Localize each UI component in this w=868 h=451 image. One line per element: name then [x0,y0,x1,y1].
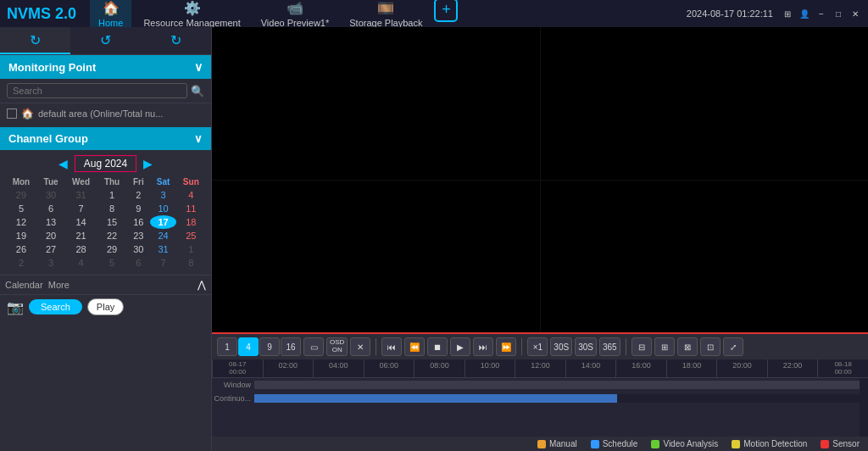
calendar-day[interactable]: 1 [176,242,206,256]
expand-button[interactable]: ⤢ [723,337,743,356]
nav-tab-playback[interactable]: 🎞️ Storage Playback [341,0,431,30]
monitoring-point-header[interactable]: Monitoring Point ∨ [0,55,211,79]
minimize-button[interactable]: − [815,8,827,19]
rewind-button[interactable]: ⏪ [404,337,425,356]
calendar-day[interactable]: 31 [150,242,175,256]
calendar-day[interactable]: 30 [126,242,150,256]
calendar-day[interactable]: 27 [37,242,64,256]
nav-tab-preview[interactable]: 📹 Video Preview1* [253,0,338,30]
calendar-day[interactable]: 28 [64,242,97,256]
user-icon[interactable]: 👤 [798,8,810,19]
calendar-day[interactable]: 5 [97,256,126,270]
calendar-day[interactable]: 25 [176,229,206,242]
collapse-icon[interactable]: ⋀ [198,279,206,291]
calendar-day[interactable]: 24 [150,229,175,242]
layout-9-button[interactable]: 9 [259,337,280,356]
calendar-day[interactable]: 20 [37,229,64,242]
skip-30s-back-button[interactable]: 30S [550,337,572,356]
skip-365-button[interactable]: 365 [599,337,620,356]
calendar-day[interactable]: 11 [176,202,206,215]
calendar-day[interactable]: 15 [97,215,126,229]
calendar-day[interactable]: 29 [5,188,37,202]
calendar-day[interactable]: 4 [64,256,97,270]
video-cell-1[interactable] [212,27,540,180]
calendar-day[interactable]: 19 [5,229,37,242]
calendar-day[interactable]: 23 [126,229,150,242]
osd-button[interactable]: OSDON [326,337,348,356]
calendar-day[interactable]: 10 [150,202,175,215]
skip-30s-fwd-button[interactable]: 30S [575,337,597,356]
calendar-day[interactable]: 22 [97,229,126,242]
nav-tab-home[interactable]: 🏠 Home [90,0,131,30]
search-icon[interactable]: 🔍 [191,85,204,97]
close-stream-button[interactable]: ✕ [350,337,370,356]
calendar-day[interactable]: 2 [126,188,150,202]
calendar-day[interactable]: 7 [150,256,175,270]
track-bar-continuous[interactable] [254,394,860,403]
tree-checkbox[interactable] [7,109,17,119]
play-timeline-button[interactable]: ▶ [450,337,470,356]
calendar-day[interactable]: 30 [37,188,64,202]
calendar-day[interactable]: 17 [150,215,175,229]
calendar-label[interactable]: Calendar More [5,280,70,290]
sidebar-tab-2[interactable]: ↺ [70,27,141,54]
calendar-day[interactable]: 3 [150,188,175,202]
sidebar-tab-3[interactable]: ↻ [141,27,211,54]
calendar-day[interactable]: 6 [126,256,150,270]
video-cell-4[interactable] [541,181,869,333]
nav-tab-resource[interactable]: ⚙️ Resource Management [135,0,248,30]
calendar-day[interactable]: 31 [64,188,97,202]
separator-2 [521,338,522,355]
add-tab-button[interactable]: + [434,0,458,22]
calendar-day[interactable]: 6 [37,202,64,215]
close-button[interactable]: ✕ [849,8,861,19]
calendar-day[interactable]: 4 [176,188,206,202]
fit-button[interactable]: ⊡ [700,337,721,356]
channel-group-header[interactable]: Channel Group ∨ [0,127,211,150]
calendar-prev-button[interactable]: ◀ [58,157,68,170]
skip-start-button[interactable]: ⏮ [381,337,402,356]
layout-4-button[interactable]: 4 [238,337,259,356]
grid-view-button[interactable]: ⊠ [677,337,698,356]
timeline-scrollbar[interactable] [860,378,868,437]
calendar-day[interactable]: 8 [176,256,206,270]
calendar-day[interactable]: 3 [37,256,64,270]
zoom-out-button[interactable]: ⊟ [632,337,652,356]
layout-16-button[interactable]: 16 [281,337,301,356]
sidebar-bottom-icon[interactable]: 📷 [7,299,24,315]
calendar-day[interactable]: 13 [37,215,64,229]
grid-icon[interactable]: ⊞ [782,8,793,19]
stop-button[interactable]: ⏹ [427,337,448,356]
calendar-day[interactable]: 12 [5,215,37,229]
zoom-in-button[interactable]: ⊞ [654,337,675,356]
restore-button[interactable]: □ [832,8,844,19]
calendar-next-button[interactable]: ▶ [143,157,153,170]
calendar-day[interactable]: 9 [126,202,150,215]
skip-end-button[interactable]: ⏭ [473,337,493,356]
calendar-day[interactable]: 29 [97,242,126,256]
calendar-day[interactable]: 26 [5,242,37,256]
calendar-day[interactable]: 18 [176,215,206,229]
video-cell-3[interactable] [212,181,540,333]
more-label[interactable]: More [48,280,70,290]
sidebar-tab-1[interactable]: ↻ [0,27,70,54]
speed-x1-button[interactable]: ×1 [527,337,548,356]
search-input[interactable] [7,83,187,98]
calendar-day[interactable]: 14 [64,215,97,229]
fast-forward-button[interactable]: ⏩ [496,337,516,356]
calendar-day[interactable]: 7 [64,202,97,215]
track-bar-window[interactable] [254,381,860,389]
search-button[interactable]: Search [29,299,82,315]
layout-1-button[interactable]: 1 [217,337,237,356]
calendar-day[interactable]: 2 [5,256,37,270]
calendar-day[interactable]: 8 [97,202,126,215]
video-cell-2[interactable] [541,27,869,180]
calendar-day[interactable]: 21 [64,229,97,242]
tree-item-default[interactable]: 🏠 default area (Online/Total nu... [0,103,211,124]
calendar-day[interactable]: 5 [5,202,37,215]
play-button[interactable]: Play [87,298,124,315]
fullscreen-button[interactable]: ▭ [303,337,324,356]
preview-icon: 📹 [287,0,303,16]
calendar-day[interactable]: 1 [97,188,126,202]
calendar-day[interactable]: 16 [126,215,150,229]
